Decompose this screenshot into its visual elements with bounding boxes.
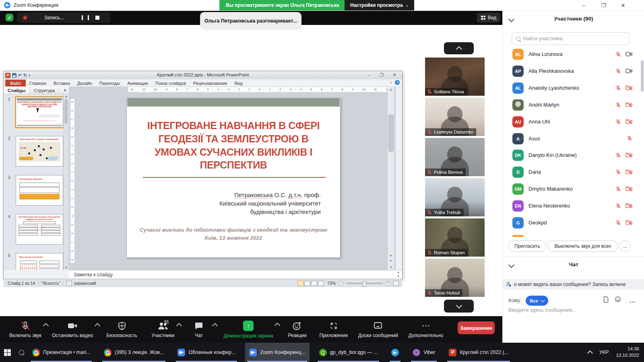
participant-row[interactable]: DMDmytro Makarenko bbox=[503, 181, 644, 197]
chat-message-input[interactable]: Введите здесь сообщение... bbox=[508, 307, 577, 313]
unmute-button[interactable]: Включить звук bbox=[9, 321, 41, 338]
participant-row[interactable]: ALAnatoliy Lyashchenko bbox=[503, 80, 644, 97]
mic-options-chevron[interactable] bbox=[43, 323, 49, 328]
slide-thumbnail-1[interactable]: 1ІНТЕГРОВАНЕ НАВЧАННЯ В СФЕРІ ГЕОДЕЗІЇ Т… bbox=[16, 97, 63, 128]
security-button[interactable]: Безопасность bbox=[106, 321, 137, 338]
zoom-slider-handle[interactable] bbox=[363, 281, 366, 286]
taskbar-app-zoom[interactable]: Облачные конфер... bbox=[173, 343, 239, 362]
participants-options-chevron[interactable] bbox=[176, 323, 182, 328]
reactions-button[interactable]: Реакции bbox=[285, 321, 309, 338]
help-icon[interactable]: ? bbox=[395, 80, 400, 85]
slide-vertical-scrollbar[interactable]: ▲ ▲ ▼ ▼ bbox=[387, 86, 394, 270]
apps-button[interactable]: Приложения bbox=[319, 321, 347, 338]
ribbon-tab-file[interactable]: Файл bbox=[5, 80, 26, 86]
close-button[interactable]: ✕ bbox=[615, 0, 631, 10]
taskbar-app-viber[interactable]: Viber bbox=[409, 343, 439, 362]
chat-more-icon[interactable]: ... bbox=[629, 297, 636, 304]
slide-sorter-view-icon[interactable] bbox=[304, 281, 310, 286]
slide-thumbnail-5[interactable]: 5Просторове охоплення bbox=[16, 253, 63, 270]
slide-editor[interactable]: ІНТЕГРОВАНЕ НАВЧАННЯ В СФЕРІГЕОДЕЗІЇ ТА … bbox=[126, 98, 341, 258]
whiteboards-button[interactable]: Доски сообщений bbox=[358, 321, 398, 338]
video-tile[interactable]: Taras Hutsul bbox=[425, 259, 485, 297]
tray-chevron-icon[interactable] bbox=[587, 350, 593, 356]
slide-subtitle[interactable]: Сучасні виклики до підготовки фахівців з… bbox=[135, 226, 332, 243]
spellcheck-icon[interactable]: ✓ bbox=[66, 281, 72, 286]
pane-close-icon[interactable]: ✕ bbox=[64, 88, 67, 93]
taskbar-app-powerpoint[interactable]: PКруглий стіл 2022 (... bbox=[445, 343, 512, 362]
share-screen-button[interactable]: ↑ Демонстрация экрана bbox=[224, 321, 273, 339]
ribbon-tab-переходы[interactable]: Переходы bbox=[96, 80, 124, 86]
ribbon-tab-анимация[interactable]: Анимация bbox=[124, 80, 152, 86]
zoom-slider[interactable] bbox=[346, 283, 383, 284]
taskbar-app-qgis[interactable]: Qgp_dyb_bor.qgs — ... bbox=[315, 343, 382, 362]
next-slide-button[interactable]: ▼ bbox=[388, 258, 394, 263]
participant-row[interactable]: DDaria bbox=[503, 164, 644, 181]
stop-video-button[interactable]: Остановить видео bbox=[52, 321, 93, 338]
slide-thumbnail-3[interactable]: 3Інтегративне навчання bbox=[16, 175, 63, 206]
taskbar-app-telegram[interactable] bbox=[387, 343, 403, 362]
view-settings-button[interactable]: Настройки просмотра ⌄ bbox=[345, 0, 414, 10]
invite-button[interactable]: Пригласить bbox=[508, 241, 546, 252]
slide-thumbnail-4[interactable]: 4ІМПЛЕМЕНТАЦІЯ ЗАКОНОДАВЧО ВИЗНАЧЕНИХ ЗА… bbox=[16, 214, 63, 245]
start-button[interactable] bbox=[0, 343, 15, 362]
ribbon-tab-показ слайдов[interactable]: Показ слайдов bbox=[152, 80, 190, 86]
scroll-down-icon[interactable]: ▼ bbox=[388, 264, 394, 270]
participant-row[interactable]: ALAlina Lizunova bbox=[503, 46, 644, 63]
ppt-maximize-button[interactable]: ❐ bbox=[376, 72, 387, 78]
participant-row[interactable]: AAsus bbox=[503, 130, 644, 147]
ribbon-tab-рецензирование[interactable]: Рецензирование bbox=[190, 80, 231, 86]
taskbar-app-chrome[interactable]: Презентація • mari... bbox=[28, 343, 94, 362]
participant-row[interactable]: DKDanylo Kin (Ukraine) bbox=[503, 147, 644, 164]
zoom-in-button[interactable]: + bbox=[385, 281, 390, 286]
mute-all-button[interactable]: Выключить звук для всех bbox=[548, 241, 618, 252]
scroll-videos-up-button[interactable] bbox=[444, 42, 474, 54]
taskbar-app-zoom[interactable]: Zoom Конференц... bbox=[245, 343, 309, 362]
taskbar-clock[interactable]: 14:36 13.10.2022 bbox=[616, 346, 639, 358]
video-tile[interactable]: Liudmyla Datsenko bbox=[425, 98, 485, 136]
participants-button[interactable]: 91 Участники bbox=[151, 321, 175, 338]
pane-tab-slides[interactable]: Слайды bbox=[4, 87, 30, 94]
chat-button[interactable]: Чат bbox=[187, 321, 211, 338]
ribbon-tab-вид[interactable]: Вид bbox=[231, 80, 246, 86]
slide-title[interactable]: ІНТЕГРОВАНЕ НАВЧАННЯ В СФЕРІГЕОДЕЗІЇ ТА … bbox=[142, 119, 325, 172]
taskbar-app-chrome[interactable]: (395) 3 лекція. Жов... bbox=[100, 343, 168, 362]
pane-scrollbar[interactable]: ▲ ▼ bbox=[63, 94, 69, 270]
chat-options-chevron[interactable] bbox=[212, 323, 218, 328]
ppt-close-button[interactable]: ✕ bbox=[389, 72, 400, 78]
fit-to-window-icon[interactable] bbox=[393, 281, 399, 286]
end-meeting-button[interactable]: Завершение bbox=[458, 321, 495, 334]
chat-recipient-dropdown[interactable]: Все bbox=[526, 296, 548, 306]
notes-area[interactable]: Заметки к слайду ▲ ▼ bbox=[69, 270, 402, 279]
participant-row[interactable]: Andrii Martyn bbox=[503, 97, 644, 113]
slide-thumbnail-2[interactable]: 2Підготовка 193 «геодезія і землеустрій»… bbox=[16, 136, 63, 167]
notes-scroll-down-icon[interactable]: ▼ bbox=[397, 275, 400, 278]
language-indicator[interactable]: УКР bbox=[599, 350, 609, 355]
scroll-down-icon[interactable]: ▼ bbox=[64, 265, 69, 270]
emoji-icon[interactable] bbox=[615, 296, 621, 304]
pane-tab-outline[interactable]: Структура bbox=[30, 87, 59, 94]
share-options-chevron[interactable] bbox=[275, 322, 280, 328]
participant-row[interactable]: APAlla Pleshkanovska bbox=[503, 63, 644, 80]
scroll-videos-down-button[interactable] bbox=[444, 300, 474, 313]
stop-recording-button[interactable] bbox=[95, 16, 99, 20]
zoom-out-button[interactable]: − bbox=[338, 281, 343, 286]
participant-row[interactable]: AUAnna Uhl bbox=[503, 113, 644, 130]
slideshow-view-icon[interactable] bbox=[318, 281, 324, 286]
ribbon-tab-главная[interactable]: Главная bbox=[26, 80, 50, 86]
normal-view-icon[interactable] bbox=[297, 281, 303, 286]
participant-row[interactable]: GGeokpd bbox=[503, 214, 644, 231]
video-tile[interactable]: Roman Stupen bbox=[425, 218, 485, 257]
video-tile[interactable]: Svitlana Titova bbox=[425, 58, 485, 96]
pause-recording-button[interactable] bbox=[82, 15, 89, 20]
reading-view-icon[interactable] bbox=[311, 281, 317, 286]
language-indicator[interactable]: украинский bbox=[74, 281, 96, 286]
ppt-titlebar[interactable]: P ↶ ↻ ▾ Круглий стіл 2022.pptx - Microso… bbox=[4, 71, 402, 79]
video-options-chevron[interactable] bbox=[95, 323, 100, 328]
taskbar-search-button[interactable] bbox=[15, 343, 28, 362]
video-tile[interactable]: Yuliia Trehub bbox=[425, 178, 485, 216]
search-participant-input[interactable]: Найти участника bbox=[512, 32, 630, 45]
notes-scroll-up-icon[interactable]: ▲ bbox=[397, 271, 400, 274]
ribbon-tab-вставка[interactable]: Вставка bbox=[50, 80, 74, 86]
view-button[interactable]: Вид bbox=[477, 13, 500, 23]
file-attach-icon[interactable] bbox=[603, 296, 609, 304]
